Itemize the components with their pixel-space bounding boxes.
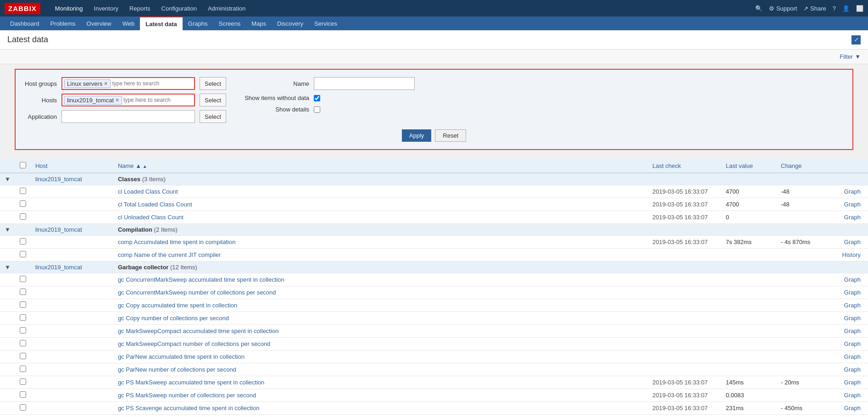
host-groups-input[interactable]: Linux servers ✕ [61,77,195,90]
row-cb[interactable] [15,376,31,389]
host-link[interactable]: linux2019_tomcat [31,261,113,273]
nav-reports[interactable]: Reports [124,0,156,17]
action-link[interactable]: History [842,251,861,258]
expand-icon[interactable]: ⤢ [851,35,861,44]
row-checkbox[interactable] [20,366,26,372]
subnav-screens[interactable]: Screens [213,17,246,30]
row-cb[interactable] [15,273,31,286]
row-checkbox[interactable] [20,301,26,308]
action-cell[interactable]: Graph [831,299,868,312]
item-name[interactable]: cl Loaded Class Count [113,185,648,198]
item-name[interactable]: gc Copy accumulated time spent in collec… [113,299,648,312]
host-groups-tag-remove[interactable]: ✕ [104,81,108,87]
item-name[interactable]: gc PS Scavenge accumulated time spent in… [113,402,648,415]
expand-cell[interactable]: ▼ [0,173,15,185]
row-cb[interactable] [15,415,31,417]
host-groups-select-button[interactable]: Select [200,77,226,90]
row-checkbox[interactable] [20,238,26,245]
row-cb[interactable] [15,211,31,224]
action-cell[interactable]: Graph [831,415,868,417]
share-link[interactable]: ↗ Share [803,5,826,12]
action-cell[interactable]: Graph [831,185,868,198]
item-name[interactable]: gc PS MarkSweep number of collections pe… [113,389,648,402]
row-cb[interactable] [15,198,31,211]
subnav-services[interactable]: Services [309,17,343,30]
row-checkbox[interactable] [20,276,26,282]
col-host[interactable]: Host [31,159,113,173]
action-link[interactable]: Graph [844,353,861,360]
item-name[interactable]: gc ConcurrentMarkSweep number of collect… [113,286,648,299]
item-name[interactable]: gc ConcurrentMarkSweep accumulated time … [113,273,648,286]
action-link[interactable]: Graph [844,214,861,221]
action-link[interactable]: Graph [844,201,861,208]
row-checkbox[interactable] [20,404,26,411]
row-cb[interactable] [15,312,31,325]
reset-button[interactable]: Reset [435,129,466,142]
action-link[interactable]: Graph [844,379,861,386]
item-name[interactable]: gc Copy number of collections per second [113,312,648,325]
action-cell[interactable]: Graph [831,312,868,325]
user-icon[interactable]: 👤 [842,5,850,12]
action-cell[interactable]: Graph [831,363,868,376]
action-cell[interactable]: History [831,249,868,261]
select-all-checkbox[interactable] [20,162,26,168]
row-cb[interactable] [15,325,31,338]
action-cell[interactable]: Graph [831,236,868,249]
apply-button[interactable]: Apply [402,129,432,142]
item-name[interactable]: gc ParNew accumulated time spent in coll… [113,350,648,363]
item-name[interactable]: gc MarkSweepCompact accumulated time spe… [113,325,648,338]
support-link[interactable]: ⚙ Support [769,5,797,12]
subnav-overview[interactable]: Overview [81,17,117,30]
item-name[interactable]: gc PS Scavenge number of collections per… [113,415,648,417]
hosts-search[interactable] [123,97,192,103]
application-search[interactable] [64,113,193,120]
row-checkbox[interactable] [20,200,26,207]
action-link[interactable]: Graph [844,340,861,347]
host-link[interactable]: linux2019_tomcat [31,173,113,185]
host-link[interactable]: linux2019_tomcat [31,224,113,236]
item-name[interactable]: gc MarkSweepCompact number of collection… [113,338,648,350]
row-checkbox[interactable] [20,213,26,220]
action-link[interactable]: Graph [844,392,861,399]
action-link[interactable]: Graph [844,366,861,373]
item-name[interactable]: gc ParNew number of collections per seco… [113,363,648,376]
nav-inventory[interactable]: Inventory [89,0,124,17]
subnav-latest-data[interactable]: Latest data [140,17,183,30]
row-cb[interactable] [15,236,31,249]
filter-toggle-button[interactable]: Filter ▼ [840,53,861,60]
fullscreen-icon[interactable]: ⬜ [856,5,863,12]
action-cell[interactable]: Graph [831,389,868,402]
subnav-discovery[interactable]: Discovery [272,17,309,30]
show-without-data-checkbox[interactable] [314,95,320,101]
action-cell[interactable]: Graph [831,273,868,286]
row-checkbox[interactable] [20,327,26,334]
action-cell[interactable]: Graph [831,338,868,350]
subnav-web[interactable]: Web [117,17,140,30]
col-last-check[interactable]: Last check [648,159,721,173]
row-checkbox[interactable] [20,289,26,295]
row-checkbox[interactable] [20,314,26,321]
subnav-graphs[interactable]: Graphs [183,17,213,30]
host-groups-search[interactable] [112,80,192,87]
hosts-input[interactable]: linux2019_tomcat ✕ [61,94,195,106]
action-link[interactable]: Graph [844,302,861,309]
row-cb[interactable] [15,363,31,376]
row-cb[interactable] [15,286,31,299]
action-link[interactable]: Graph [844,239,861,245]
row-checkbox[interactable] [20,251,26,257]
hosts-tag-remove[interactable]: ✕ [115,97,119,103]
nav-administration[interactable]: Administration [202,0,251,17]
item-name[interactable]: cl Total Loaded Class Count [113,198,648,211]
row-checkbox[interactable] [20,378,26,385]
search-icon[interactable]: 🔍 [755,5,762,12]
row-cb[interactable] [15,402,31,415]
action-link[interactable]: Graph [844,276,861,283]
row-cb[interactable] [15,249,31,261]
application-select-button[interactable]: Select [200,110,226,123]
help-link[interactable]: ? [833,5,836,12]
action-cell[interactable]: Graph [831,350,868,363]
item-name[interactable]: cl Unloaded Class Count [113,211,648,224]
item-name[interactable]: gc PS MarkSweep accumulated time spent i… [113,376,648,389]
row-checkbox[interactable] [20,353,26,359]
item-name[interactable]: comp Accumulated time spent in compilati… [113,236,648,249]
